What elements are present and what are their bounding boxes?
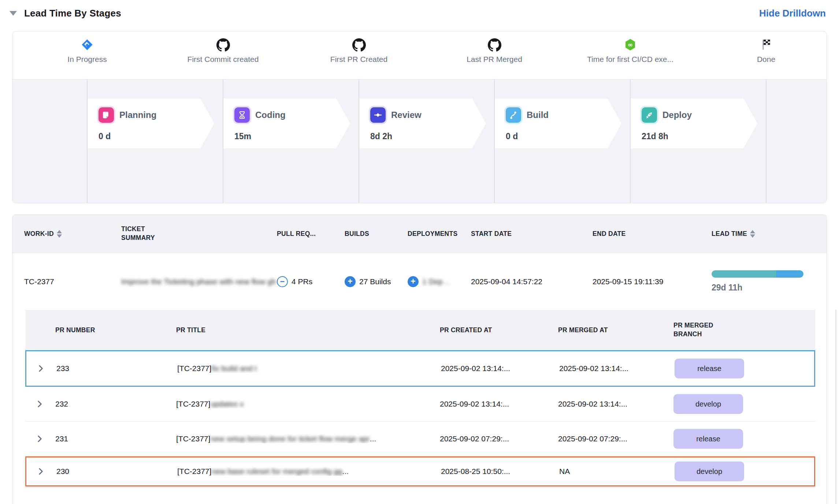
hide-drilldown-link[interactable]: Hide Drilldown [759, 8, 826, 19]
branch-badge: release [675, 359, 744, 378]
milestone-first-commit: First Commit created [155, 37, 291, 64]
pr-number: 232 [55, 400, 176, 408]
pr-number: 231 [55, 434, 176, 443]
column-divider [87, 79, 88, 203]
work-items-table: WORK-ID TICKET SUMMARY PULL REQ... BUILD… [12, 214, 827, 504]
collapse-circle-icon[interactable]: − [277, 276, 288, 287]
deployments-cell[interactable]: + 1 Dep .. [408, 276, 471, 287]
pr-merged-at: 2025-09-02 13:14:... [559, 364, 675, 373]
pr-merged-at: NA [559, 467, 675, 476]
drilldown-header: Lead Time By Stages Hide Drilldown [0, 0, 839, 21]
pr-number: 230 [56, 467, 177, 476]
github-icon [291, 37, 427, 52]
pr-row-233[interactable]: 233 [TC-2377]fix build and t 2025-09-02 … [25, 350, 815, 387]
milestone-cicd: ∞ Time for first CI/CD exe... [563, 37, 698, 64]
stage-duration: 15m [234, 131, 350, 141]
pr-title: [TC-2377]fix build and t [177, 364, 441, 373]
pr-created-at: 2025-09-02 13:14:... [441, 364, 559, 373]
milestone-label: In Progress [19, 55, 155, 64]
pr-row-230[interactable]: 230 [TC-2377]new base ruleset for merged… [25, 456, 815, 486]
pr-title: [TC-2377] updates x [176, 400, 440, 408]
pr-number: 233 [56, 364, 177, 373]
sort-icon[interactable] [750, 230, 755, 238]
stage-name: Deploy [662, 110, 692, 120]
work-item-row: TC-2377 Improve the Ticketing phase with… [12, 253, 827, 310]
pr-created-at: 2025-09-02 07:29:... [440, 434, 558, 443]
chevron-right-icon[interactable] [25, 434, 55, 444]
sort-icon[interactable] [57, 230, 62, 238]
pr-merged-at: 2025-09-02 13:14:... [558, 400, 673, 408]
stage-name: Planning [119, 110, 156, 120]
hourglass-icon [234, 107, 250, 123]
planning-icon [99, 107, 114, 123]
stage-card-review: Review 8d 2h [359, 99, 486, 148]
pr-row-231[interactable]: 231 [TC-2377] new setup being done for t… [25, 422, 815, 456]
column-divider [766, 79, 766, 203]
pr-created-at: 2025-08-25 10:50:... [441, 467, 559, 476]
pull-requests-count: 4 PRs [292, 277, 312, 286]
column-divider [223, 79, 223, 203]
branch-badge: develop [673, 394, 743, 414]
chevron-right-icon[interactable] [25, 399, 55, 409]
col-pr-title: PR TITLE [176, 326, 440, 334]
pr-table: PR NUMBER PR TITLE PR CREATED AT PR MERG… [25, 310, 815, 486]
chevron-right-icon[interactable] [26, 364, 56, 373]
col-end-date: END DATE [593, 230, 712, 238]
stage-card-build: Build 0 d [495, 99, 621, 148]
lead-time-stages-panel: In Progress First Commit created First P… [12, 31, 827, 203]
git-commit-icon [370, 107, 386, 123]
jira-icon [19, 37, 155, 52]
pr-row-232[interactable]: 232 [TC-2377] updates x 2025-09-02 13:14… [25, 387, 815, 422]
column-divider [494, 79, 495, 203]
stage-name: Review [391, 110, 422, 120]
stage-card-planning: Planning 0 d [88, 99, 214, 148]
stage-duration: 0 d [506, 131, 621, 141]
chevron-right-icon[interactable] [26, 467, 56, 476]
stage-duration: 0 d [99, 131, 214, 141]
stage-card-coding: Coding 15m [223, 99, 350, 148]
cicd-icon: ∞ [563, 37, 698, 52]
column-divider [359, 79, 359, 203]
builds-cell[interactable]: + 27 Builds [345, 276, 408, 287]
github-icon [427, 37, 562, 52]
lead-time-cell: 29d 11h [712, 270, 827, 293]
svg-text:∞: ∞ [628, 41, 633, 48]
lead-time-value: 29d 11h [712, 283, 827, 293]
deployments-redacted: 1 Dep .. [422, 277, 449, 286]
col-start-date: START DATE [471, 230, 593, 238]
ticket-summary-redacted: Improve the Ticketing phase with new flo… [121, 277, 277, 286]
stage-name: Build [527, 110, 549, 120]
stage-duration: 8d 2h [370, 131, 486, 141]
milestone-done: Done [700, 37, 827, 64]
col-work-id[interactable]: WORK-ID [24, 230, 121, 238]
stage-name: Coding [255, 110, 286, 120]
branch-badge: release [673, 429, 743, 449]
lead-time-bar [712, 270, 803, 278]
lead-time-bar-segment-teal [712, 270, 776, 278]
milestone-last-pr-merged: Last PR Merged [427, 37, 562, 64]
expand-circle-icon[interactable]: + [345, 276, 356, 287]
pr-title: [TC-2377]new base ruleset for merged con… [177, 467, 441, 476]
col-deployments: DEPLOYMENTS [408, 230, 471, 238]
col-pr-created-at: PR CREATED AT [440, 326, 558, 334]
pull-requests-cell[interactable]: − 4 PRs [277, 276, 345, 287]
milestone-in-progress: In Progress [19, 37, 155, 64]
col-builds: BUILDS [345, 230, 408, 238]
stage-card-deploy: Deploy 21d 8h [631, 99, 757, 148]
collapse-triangle-icon[interactable] [10, 11, 17, 16]
start-date-value: 2025-09-04 14:57:22 [471, 277, 593, 286]
finish-flag-icon [700, 37, 827, 52]
scrollbar-track[interactable] [835, 310, 836, 504]
stage-duration: 21d 8h [642, 131, 757, 141]
work-id-value: TC-2377 [24, 277, 121, 286]
git-branch-icon [506, 107, 521, 123]
column-divider [630, 79, 631, 203]
expand-circle-icon[interactable]: + [408, 276, 419, 287]
milestone-label: First Commit created [155, 55, 291, 64]
col-lead-time[interactable]: LEAD TIME [712, 230, 827, 238]
builds-count: 27 Builds [359, 277, 391, 286]
col-ticket-summary: TICKET SUMMARY [121, 225, 172, 242]
col-pr-number: PR NUMBER [55, 326, 176, 334]
branch-badge: develop [675, 462, 744, 481]
end-date-value: 2025-09-15 19:11:39 [593, 277, 712, 286]
